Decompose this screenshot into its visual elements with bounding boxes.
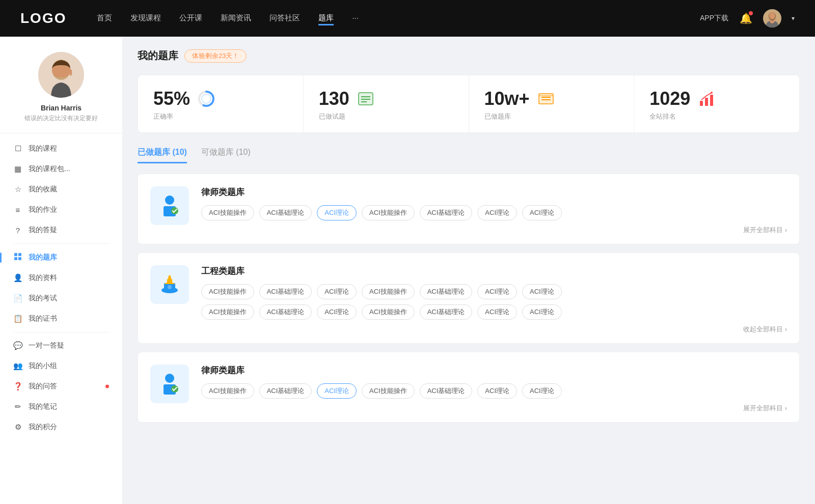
nav-more[interactable]: ··· (352, 11, 359, 25)
logo[interactable]: LOGO (20, 10, 66, 26)
user-menu-chevron[interactable]: ▾ (792, 15, 795, 22)
notification-bell[interactable]: 🔔 (739, 11, 753, 25)
svg-rect-6 (14, 253, 17, 256)
tag-e1-4[interactable]: ACI基础理论 (420, 284, 473, 299)
tag-l1-5[interactable]: ACI理论 (477, 205, 517, 220)
svg-point-3 (769, 12, 775, 19)
nav-qa[interactable]: 问答社区 (269, 11, 300, 25)
tab-available[interactable]: 可做题库 (10) (201, 147, 251, 163)
tag-e1-6[interactable]: ACI理论 (522, 284, 562, 299)
tag-l1-4[interactable]: ACI基础理论 (420, 205, 473, 220)
collapse-engineer[interactable]: 收起全部科目 › (201, 325, 787, 334)
sidebar-item-profile[interactable]: 👤 我的资料 (5, 268, 117, 288)
nav-news[interactable]: 新闻资讯 (221, 11, 251, 25)
sidebar-item-courses[interactable]: ☐ 我的课程 (5, 138, 117, 159)
tag-l2-0[interactable]: ACI技能操作 (201, 383, 254, 399)
sidebar-item-questions[interactable]: ❓ 我的问答 (5, 376, 117, 397)
nav-discover[interactable]: 发现课程 (130, 11, 161, 25)
tag-e2-1[interactable]: ACI基础理论 (259, 304, 312, 320)
stat-ranking-icon (697, 90, 716, 108)
navbar-right: APP下载 🔔 ▾ (700, 9, 795, 27)
tag-e2-2[interactable]: ACI理论 (317, 304, 357, 320)
expand-lawyer-1[interactable]: 展开全部科目 › (201, 226, 787, 235)
stat-done-label: 已做试题 (319, 112, 453, 121)
svg-point-35 (168, 285, 172, 289)
stat-ranking-top: 1029 (649, 90, 784, 108)
nav-opencourse[interactable]: 公开课 (179, 11, 202, 25)
sidebar-item-exams[interactable]: 📄 我的考试 (5, 288, 117, 309)
sidebar-item-groups[interactable]: 👥 我的小组 (5, 356, 117, 376)
sidebar-item-notes[interactable]: ✏ 我的笔记 (5, 397, 117, 417)
tag-e1-1[interactable]: ACI基础理论 (259, 284, 312, 299)
sidebar-item-homework[interactable]: ≡ 我的作业 (5, 200, 117, 220)
nav-home[interactable]: 首页 (97, 11, 112, 25)
tag-e2-0[interactable]: ACI技能操作 (201, 304, 254, 320)
sidebar-item-points[interactable]: ⚙ 我的积分 (5, 417, 117, 437)
notes-icon: ✏ (13, 402, 22, 411)
tag-e1-2[interactable]: ACI理论 (317, 284, 357, 299)
sidebar-item-1on1[interactable]: 💬 一对一答疑 (5, 335, 117, 356)
qbank-icon-lawyer-1 (150, 186, 189, 225)
stat-banks-value: 10w+ (484, 90, 530, 108)
sidebar-item-certificates[interactable]: 📋 我的证书 (5, 309, 117, 329)
tag-l2-3[interactable]: ACI技能操作 (362, 383, 415, 399)
tag-l1-6[interactable]: ACI理论 (522, 205, 562, 220)
qbank-title-lawyer-2: 律师类题库 (201, 365, 787, 376)
course-package-label: 我的课程包... (29, 164, 70, 174)
expand-lawyer-2[interactable]: 展开全部科目 › (201, 404, 787, 413)
stat-banks-label: 已做题库 (484, 112, 619, 121)
tab-done[interactable]: 已做题库 (10) (138, 147, 187, 163)
main-layout: Brian Harris 错误的决定比没有决定要好 ☐ 我的课程 ▦ 我的课程包… (0, 37, 815, 504)
sidebar-item-my-qa[interactable]: ? 我的答疑 (5, 220, 117, 240)
page-title: 我的题库 (138, 49, 178, 63)
sidebar-item-favorites[interactable]: ☆ 我的收藏 (5, 179, 117, 200)
tag-e2-4[interactable]: ACI基础理论 (420, 304, 473, 320)
courses-icon: ☐ (13, 144, 22, 153)
my-qa-label: 我的答疑 (29, 226, 57, 235)
1on1-label: 一对一答疑 (29, 341, 64, 350)
svg-rect-7 (18, 253, 21, 256)
stat-ranking-value: 1029 (649, 90, 690, 108)
my-qa-icon: ? (13, 226, 22, 235)
qbank-tags-lawyer-2: ACI技能操作 ACI基础理论 ACI理论 ACI技能操作 ACI基础理论 AC… (201, 383, 787, 399)
sidebar-item-course-package[interactable]: ▦ 我的课程包... (5, 159, 117, 179)
user-avatar[interactable] (763, 9, 781, 27)
tag-l1-2[interactable]: ACI理论 (317, 205, 357, 220)
stat-accuracy: 55% 正确率 (138, 75, 304, 132)
qbank-title-engineer: 工程类题库 (201, 265, 787, 277)
tag-l1-3[interactable]: ACI技能操作 (362, 205, 415, 220)
svg-rect-23 (700, 101, 703, 106)
tag-e1-3[interactable]: ACI技能操作 (362, 284, 415, 299)
app-download-link[interactable]: APP下载 (700, 14, 728, 23)
tag-e2-5[interactable]: ACI理论 (477, 304, 517, 320)
tag-l1-1[interactable]: ACI基础理论 (259, 205, 312, 220)
qbank-card-engineer: 工程类题库 ACI技能操作 ACI基础理论 ACI理论 ACI技能操作 ACI基… (138, 253, 800, 344)
qbank-tags-lawyer-1: ACI技能操作 ACI基础理论 ACI理论 ACI技能操作 ACI基础理论 AC… (201, 205, 787, 220)
tag-e2-6[interactable]: ACI理论 (522, 304, 562, 320)
trial-badge: 体验剩余23天！ (184, 49, 247, 63)
svg-point-26 (711, 92, 713, 94)
tag-l1-0[interactable]: ACI技能操作 (201, 205, 254, 220)
svg-rect-25 (710, 95, 713, 106)
tag-l2-1[interactable]: ACI基础理论 (259, 383, 312, 399)
qbank-card-lawyer-1: 律师类题库 ACI技能操作 ACI基础理论 ACI理论 ACI技能操作 ACI基… (138, 174, 800, 244)
tag-l2-2[interactable]: ACI理论 (317, 383, 357, 399)
tag-e1-0[interactable]: ACI技能操作 (201, 284, 254, 299)
stats-row: 55% 正确率 130 (138, 75, 800, 133)
tag-l2-4[interactable]: ACI基础理论 (420, 383, 473, 399)
page-header: 我的题库 体验剩余23天！ (138, 49, 800, 63)
sidebar-item-qbank[interactable]: 我的题库 (5, 247, 117, 268)
svg-rect-8 (14, 257, 17, 260)
qbank-icon-engineer (150, 265, 189, 304)
exams-icon: 📄 (13, 294, 22, 303)
tag-e1-5[interactable]: ACI理论 (477, 284, 517, 299)
certificates-label: 我的证书 (29, 314, 57, 323)
stat-accuracy-top: 55% (153, 90, 288, 108)
nav-questions[interactable]: 题库 (318, 11, 334, 25)
stat-done-top: 130 (319, 90, 453, 108)
tag-e2-3[interactable]: ACI技能操作 (362, 304, 415, 320)
sidebar-profile: Brian Harris 错误的决定比没有决定要好 (0, 52, 122, 133)
qbank-icon-lawyer-2 (150, 365, 189, 403)
tag-l2-5[interactable]: ACI理论 (477, 383, 517, 399)
tag-l2-6[interactable]: ACI理论 (522, 383, 562, 399)
